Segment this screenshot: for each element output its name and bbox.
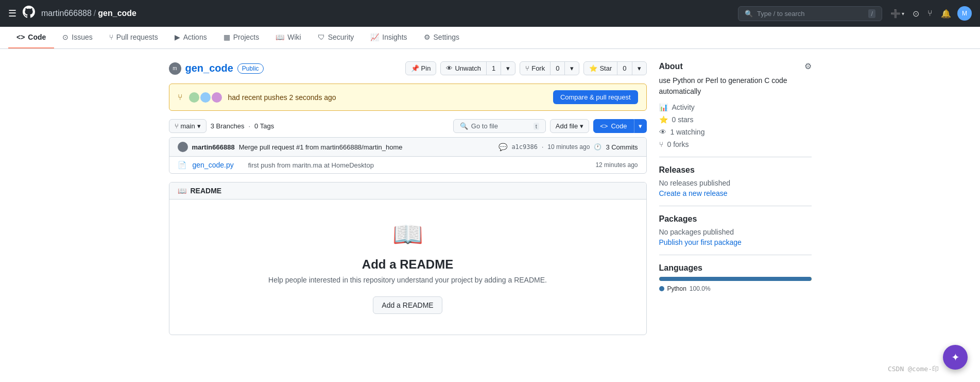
search-placeholder: Type / to search <box>757 10 805 18</box>
language-percentage: 100.0% <box>690 285 711 292</box>
commit-separator: · <box>542 143 543 151</box>
watch-button[interactable]: 👁 Unwatch <box>441 62 487 75</box>
fork-group: ⑂ Fork 0 ▾ <box>520 61 579 75</box>
watch-count[interactable]: 1 <box>487 62 501 75</box>
table-row: 📄 gen_code.py first push from maritn.ma … <box>169 157 646 173</box>
issues-icon: ⊙ <box>913 9 919 19</box>
plus-icon: ➕ <box>890 9 901 19</box>
file-icon: 📄 <box>178 161 186 169</box>
pin-icon: 📌 <box>411 64 419 72</box>
file-name-link[interactable]: gen_code.py <box>193 161 234 169</box>
push-avatars <box>189 92 222 103</box>
releases-title: Releases <box>659 165 812 175</box>
star-button[interactable]: ⭐ Star <box>584 62 617 75</box>
top-nav-left: ☰ martin666888 / gen_code <box>8 6 136 21</box>
star-dropdown[interactable]: ▾ <box>632 62 646 75</box>
breadcrumb-repo[interactable]: gen_code <box>98 9 136 18</box>
about-title: About <box>659 62 683 71</box>
tab-wiki[interactable]: 📖 Wiki <box>267 27 309 48</box>
tab-code[interactable]: <> Code <box>8 27 54 48</box>
fork-count[interactable]: 0 <box>551 62 565 75</box>
left-column: m gen_code Public 📌 Pin 👁 Unwatch 1 <box>169 61 647 335</box>
stars-link[interactable]: ⭐ 0 stars <box>659 115 812 124</box>
help-button[interactable]: ✦ <box>943 345 968 347</box>
watch-group: 👁 Unwatch 1 ▾ <box>440 61 515 75</box>
tab-insights[interactable]: 📈 Insights <box>362 27 415 48</box>
fork-count-icon: ⑂ <box>659 140 663 148</box>
language-name[interactable]: Python <box>667 285 686 292</box>
pullrequest-button[interactable]: ⑂ <box>925 7 935 20</box>
breadcrumb-user[interactable]: martin666888 <box>41 9 92 18</box>
hamburger-icon[interactable]: ☰ <box>8 8 16 19</box>
fork-button[interactable]: ⑂ Fork <box>520 62 551 75</box>
eye-icon: 👁 <box>446 64 453 72</box>
file-table-header: martin666888 Merge pull request #1 from … <box>169 138 646 157</box>
commit-author[interactable]: martin666888 <box>192 143 235 151</box>
search-bar[interactable]: 🔍 Type / to search / <box>738 6 882 21</box>
releases-empty: No releases published <box>659 179 812 187</box>
commit-author-avatar <box>178 142 188 152</box>
clock-icon: 🕐 <box>594 143 601 151</box>
issues-button[interactable]: ⊙ <box>910 7 921 21</box>
code-dropdown-button[interactable]: ▾ <box>634 119 647 133</box>
branches-link[interactable]: 3 Branches <box>211 122 245 130</box>
go-to-file-button[interactable]: 🔍 Go to file t <box>453 119 546 133</box>
watch-dropdown[interactable]: ▾ <box>501 62 515 75</box>
commit-meta: a1c9386 · 10 minutes ago 🕐 3 Commits <box>511 143 638 151</box>
tab-security[interactable]: 🛡 Security <box>310 27 363 48</box>
sidebar-divider-3 <box>659 255 812 255</box>
tab-issues[interactable]: ⊙ Issues <box>54 27 100 48</box>
readme-add-description: Help people interested in this repositor… <box>182 276 634 284</box>
tab-projects[interactable]: ▦ Projects <box>215 27 268 48</box>
pr-icon: ⑂ <box>927 9 933 18</box>
watching-link[interactable]: 👁 1 watching <box>659 128 812 136</box>
code-button[interactable]: <> Code <box>593 119 633 133</box>
commit-hash[interactable]: a1c9386 <box>511 143 538 151</box>
language-item-python: Python 100.0% <box>659 285 812 292</box>
commit-msg-icon: 💬 <box>498 143 507 151</box>
tags-link[interactable]: 0 Tags <box>254 122 274 130</box>
tags-divider: · <box>248 122 250 130</box>
tab-actions[interactable]: ▶ Actions <box>166 27 215 48</box>
packages-title: Packages <box>659 214 812 224</box>
bell-icon: 🔔 <box>941 9 951 19</box>
forks-link[interactable]: ⑂ 0 forks <box>659 140 812 148</box>
packages-empty: No packages published <box>659 228 812 236</box>
repo-owner-avatar: m <box>169 62 181 75</box>
activity-link[interactable]: 📊 Activity <box>659 103 812 111</box>
python-color-dot <box>659 286 664 291</box>
branch-selector-icon: ⑂ <box>175 122 179 130</box>
branches-tags: 3 Branches · 0 Tags <box>211 122 274 130</box>
file-time: 12 minutes ago <box>595 161 638 169</box>
gear-icon[interactable]: ⚙ <box>804 61 812 71</box>
add-file-button[interactable]: Add file ▾ <box>550 119 589 133</box>
about-header: About ⚙ <box>659 61 812 71</box>
publish-package-link[interactable]: Publish your first package <box>659 238 742 246</box>
branch-selector[interactable]: ⑂ main ▾ <box>169 119 207 133</box>
pin-button[interactable]: 📌 Pin <box>405 61 437 75</box>
create-release-link[interactable]: Create a new release <box>659 189 728 197</box>
projects-icon: ▦ <box>223 33 230 41</box>
star-icon-btn: ⭐ <box>589 64 597 72</box>
pr-tab-icon: ⑂ <box>109 33 113 41</box>
actions-icon: ▶ <box>175 33 180 41</box>
breadcrumb: martin666888 / gen_code <box>41 9 136 18</box>
code-icon: <> <box>16 33 25 41</box>
tab-pull-requests[interactable]: ⑂ Pull requests <box>101 27 166 48</box>
code-brackets-icon: <> <box>600 122 608 130</box>
repo-name[interactable]: gen_code <box>185 62 233 74</box>
book-icon: 📖 <box>178 187 186 195</box>
add-readme-button[interactable]: Add a README <box>373 296 442 314</box>
create-button[interactable]: ➕ ▾ <box>888 7 906 21</box>
commits-link[interactable]: 3 Commits <box>606 143 638 151</box>
commit-time: 10 minutes ago <box>547 143 590 151</box>
avatar[interactable]: M <box>957 6 972 21</box>
tab-settings[interactable]: ⚙ Settings <box>416 27 468 48</box>
notifications-button[interactable]: 🔔 <box>939 7 953 21</box>
compare-pull-request-button[interactable]: Compare & pull request <box>553 90 638 104</box>
fork-dropdown[interactable]: ▾ <box>565 62 579 75</box>
github-logo[interactable] <box>23 6 35 21</box>
readme-body: 📖 Add a README Help people interested in… <box>169 200 646 335</box>
settings-icon: ⚙ <box>424 33 431 41</box>
star-count[interactable]: 0 <box>617 62 632 75</box>
